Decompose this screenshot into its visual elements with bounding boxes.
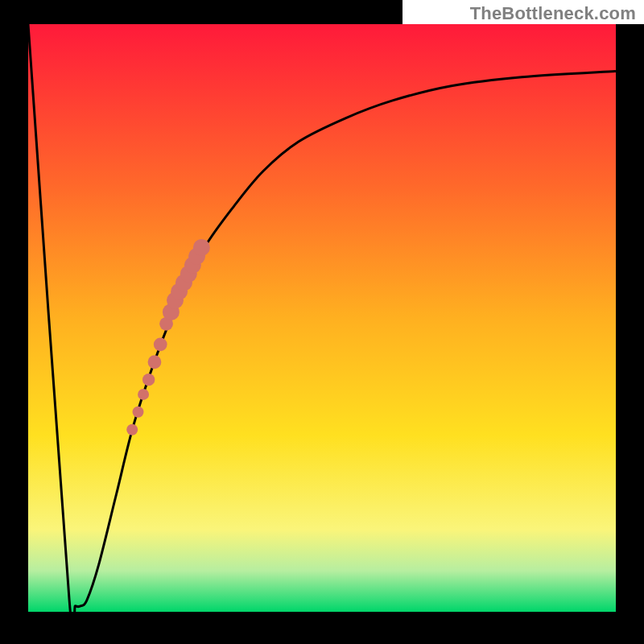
data-marker <box>133 407 144 418</box>
data-marker <box>193 239 210 256</box>
data-marker <box>148 355 162 369</box>
chart-container: TheBottleneck.com <box>0 0 644 644</box>
data-marker <box>142 374 155 386</box>
data-marker <box>126 424 138 436</box>
plot-area <box>28 24 616 612</box>
data-marker <box>154 337 167 351</box>
data-marker <box>138 389 149 400</box>
attribution-label: TheBottleneck.com <box>470 3 636 24</box>
bottleneck-chart <box>0 0 644 644</box>
